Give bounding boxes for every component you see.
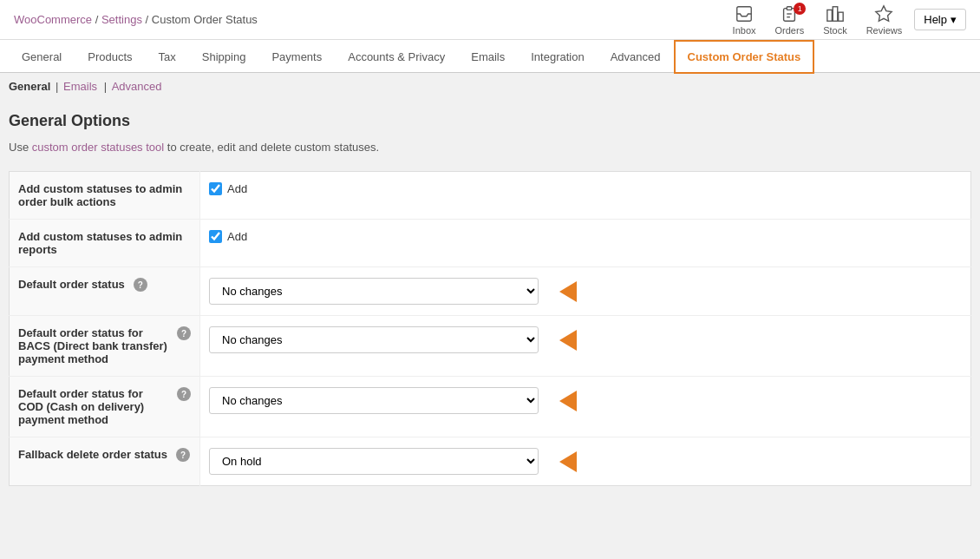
select-row-default: No changes Pending payment Processing On… bbox=[209, 278, 962, 305]
field-value-cod-status: No changes Pending payment Processing On… bbox=[200, 377, 971, 437]
svg-rect-1 bbox=[787, 6, 793, 10]
reviews-button[interactable]: Reviews bbox=[859, 1, 910, 39]
svg-rect-4 bbox=[827, 10, 833, 21]
inbox-button[interactable]: Inbox bbox=[726, 1, 763, 39]
default-status-select[interactable]: No changes Pending payment Processing On… bbox=[209, 278, 539, 305]
stock-button[interactable]: Stock bbox=[816, 1, 854, 39]
tab-tax[interactable]: Tax bbox=[146, 41, 189, 72]
field-label-bacs-status: Default order status for BACS (Direct ba… bbox=[10, 316, 200, 377]
tab-shipping[interactable]: Shipping bbox=[189, 41, 259, 72]
tool-link[interactable]: custom order statuses tool bbox=[32, 141, 164, 154]
field-value-bacs-status: No changes Pending payment Processing On… bbox=[200, 316, 971, 377]
tab-custom-order-status[interactable]: Custom Order Status bbox=[674, 40, 815, 74]
tab-emails[interactable]: Emails bbox=[458, 41, 518, 72]
help-icon-cod[interactable]: ? bbox=[177, 387, 191, 401]
orders-badge: 1 bbox=[794, 3, 806, 15]
table-row: Add custom statuses to admin reports Add bbox=[10, 220, 971, 267]
field-label-default-status: Default order status ? bbox=[10, 267, 200, 316]
table-row: Default order status ? No changes Pendin… bbox=[10, 267, 971, 316]
chevron-down-icon: ▾ bbox=[951, 13, 957, 26]
sub-nav-advanced[interactable]: Advanced bbox=[112, 80, 162, 93]
table-row: Default order status for BACS (Direct ba… bbox=[10, 316, 971, 377]
field-value-bulk: Add bbox=[200, 172, 971, 220]
cod-status-select[interactable]: No changes Pending payment Processing On… bbox=[209, 387, 539, 414]
select-row-cod: No changes Pending payment Processing On… bbox=[209, 387, 962, 414]
select-row-fallback: No changes Pending payment Processing On… bbox=[209, 448, 962, 475]
info-text: Use custom order statuses tool to create… bbox=[9, 141, 971, 154]
stock-icon bbox=[826, 4, 845, 23]
tab-accounts-privacy[interactable]: Accounts & Privacy bbox=[335, 41, 458, 72]
inbox-icon bbox=[735, 4, 754, 23]
field-label-cod-status: Default order status for COD (Cash on de… bbox=[10, 377, 200, 437]
select-row-bacs: No changes Pending payment Processing On… bbox=[209, 326, 962, 353]
sub-nav: General | Emails | Advanced bbox=[0, 73, 980, 98]
sub-nav-emails[interactable]: Emails bbox=[63, 80, 97, 93]
table-row: Default order status for COD (Cash on de… bbox=[10, 377, 971, 437]
help-button[interactable]: Help ▾ bbox=[914, 9, 966, 30]
field-label-fallback-status: Fallback delete order status ? bbox=[10, 437, 200, 486]
table-row: Add custom statuses to admin order bulk … bbox=[10, 172, 971, 220]
field-label-bulk: Add custom statuses to admin order bulk … bbox=[10, 172, 200, 220]
help-icon-fallback[interactable]: ? bbox=[176, 448, 190, 462]
breadcrumb-woocommerce[interactable]: WooCommerce bbox=[14, 13, 92, 26]
breadcrumb: WooCommerce / Settings / Custom Order St… bbox=[14, 13, 258, 26]
tab-general[interactable]: General bbox=[9, 41, 75, 72]
arrow-indicator bbox=[559, 330, 577, 351]
section-title: General Options bbox=[9, 112, 971, 130]
help-icon-bacs[interactable]: ? bbox=[177, 326, 191, 340]
svg-marker-7 bbox=[876, 5, 892, 20]
tab-integration[interactable]: Integration bbox=[518, 41, 597, 72]
tab-advanced[interactable]: Advanced bbox=[598, 41, 674, 72]
breadcrumb-current: Custom Order Status bbox=[152, 13, 258, 26]
help-icon-default[interactable]: ? bbox=[134, 278, 147, 292]
svg-rect-6 bbox=[839, 12, 844, 21]
table-row: Fallback delete order status ? No change… bbox=[10, 437, 971, 486]
checkbox-row-reports: Add bbox=[209, 230, 962, 243]
breadcrumb-settings[interactable]: Settings bbox=[101, 13, 142, 26]
top-bar: WooCommerce / Settings / Custom Order St… bbox=[0, 0, 980, 40]
reviews-icon bbox=[874, 4, 893, 23]
checkbox-row-bulk: Add bbox=[209, 182, 962, 195]
field-value-fallback-status: No changes Pending payment Processing On… bbox=[200, 437, 971, 486]
field-value-reports: Add bbox=[200, 220, 971, 267]
field-value-default-status: No changes Pending payment Processing On… bbox=[200, 267, 971, 316]
bulk-actions-label: Add bbox=[227, 182, 247, 195]
arrow-indicator bbox=[559, 391, 577, 411]
bacs-status-select[interactable]: No changes Pending payment Processing On… bbox=[209, 326, 539, 353]
orders-button[interactable]: 1 Orders bbox=[768, 1, 812, 39]
arrow-indicator bbox=[559, 451, 577, 472]
sub-nav-current: General bbox=[9, 80, 50, 93]
reports-checkbox[interactable] bbox=[209, 230, 222, 243]
main-content: General Options Use custom order statuse… bbox=[0, 98, 980, 532]
top-icons: Inbox 1 Orders Stock Reviews Help ▾ bbox=[726, 1, 966, 39]
arrow-indicator bbox=[559, 281, 577, 302]
bulk-actions-checkbox[interactable] bbox=[209, 182, 222, 195]
nav-tabs: General Products Tax Shipping Payments A… bbox=[0, 40, 980, 73]
tab-products[interactable]: Products bbox=[75, 41, 145, 72]
svg-rect-5 bbox=[833, 6, 838, 21]
reports-label: Add bbox=[227, 230, 247, 243]
tab-payments[interactable]: Payments bbox=[258, 41, 335, 72]
options-table: Add custom statuses to admin order bulk … bbox=[9, 171, 971, 486]
fallback-status-select[interactable]: No changes Pending payment Processing On… bbox=[209, 448, 539, 475]
field-label-reports: Add custom statuses to admin reports bbox=[10, 220, 200, 267]
